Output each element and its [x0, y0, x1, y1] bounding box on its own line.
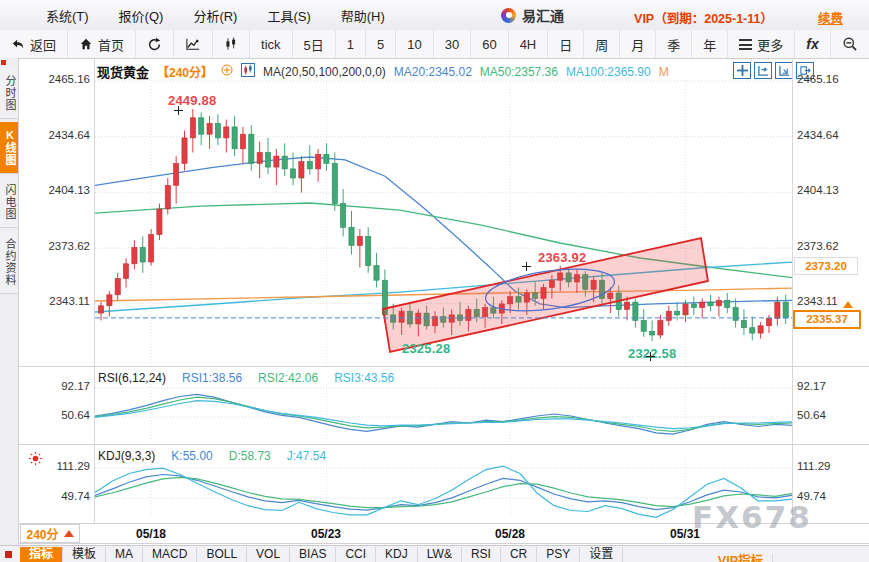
line-chart-icon [185, 37, 201, 51]
sidebar-tab-1[interactable]: K线图 [0, 122, 18, 174]
indicator-tab-0[interactable]: 指标 [20, 547, 63, 562]
period-selector-button[interactable]: 240分 [20, 524, 80, 543]
price-axis-label: 2373.62 [34, 240, 90, 252]
indicator-tab-5[interactable]: BOLL [197, 547, 247, 562]
corner-red-marker [5, 551, 12, 558]
period-button-1[interactable]: 5日 [293, 30, 336, 58]
indicator-tab-9[interactable]: KDJ [376, 547, 418, 562]
indicator-tab-4[interactable]: MACD [143, 547, 197, 562]
drawing-anchor-cross[interactable] [174, 106, 183, 115]
indicator-tab-13[interactable]: PSY [537, 547, 580, 562]
base-low-annotation: 2325.28 [402, 341, 450, 356]
indicator-tab-11[interactable]: RSI [462, 547, 501, 562]
period-button-12[interactable]: 年 [692, 30, 728, 58]
vip-renew-link[interactable]: 续费 [818, 8, 843, 27]
period-button-10[interactable]: 月 [620, 30, 656, 58]
date-axis-label: 05/18 [128, 527, 174, 541]
rsi-kdj-divider[interactable] [19, 444, 869, 445]
app-logo-icon [501, 8, 516, 23]
rsi-title[interactable]: RSI(6,12,24) [98, 371, 166, 385]
home-icon [79, 37, 93, 51]
crosshair-move-icon[interactable] [733, 62, 751, 79]
rsi-axis-label: 50.64 [34, 409, 90, 421]
drawing-anchor-cross[interactable] [522, 262, 531, 271]
instrument-name: 现货黄金 [97, 62, 149, 81]
y-axis-zoom-icon[interactable] [775, 62, 793, 79]
fx678-watermark: FX678 [692, 499, 812, 535]
indicator-tab-2[interactable]: VIP指标 [709, 554, 773, 562]
price-axis-label: 2465.16 [34, 73, 90, 85]
rsi2-value: RSI2:42.06 [258, 371, 318, 385]
drawing-anchor-cross[interactable] [646, 352, 655, 361]
chart-type-tabs: 分时图K线图闪电图合约资料 [0, 68, 18, 297]
rsi-axis-label-right: 92.17 [797, 380, 857, 392]
menu-item-1[interactable]: 报价(Q) [119, 6, 164, 25]
more-menu-icon [739, 39, 752, 50]
alert-price-badge: 2373.20 [794, 257, 858, 275]
menu-item-0[interactable]: 系统(T) [46, 6, 89, 25]
period-button-11[interactable]: 季 [656, 30, 692, 58]
main-rsi-divider[interactable] [19, 366, 869, 367]
rsi-chart[interactable] [95, 384, 792, 443]
indicator-tab-10[interactable]: LW& [418, 547, 462, 562]
more-button-label: 更多 [757, 35, 783, 54]
trading-app-window: 系统(T)报价(Q)分析(R)工具(S)帮助(H) 易汇通 VIP（到期：202… [0, 0, 869, 562]
date-axis-label: 05/23 [303, 527, 349, 541]
ma-formula-label: MA(20,50,100,200,0,0) [263, 65, 386, 79]
circled-plus-icon[interactable] [221, 64, 233, 79]
sidebar-tab-0[interactable]: 分时图 [0, 68, 18, 119]
channel-high-annotation: 2363.92 [538, 250, 586, 265]
xaxis-bottom-divider [19, 543, 869, 544]
chart-type-sidebar: 分时图K线图闪电图合约资料 [0, 58, 19, 545]
expand-triangle-icon [64, 530, 74, 537]
price-axis-label-right: 2465.16 [797, 73, 857, 85]
app-logo-text: 易汇通 [522, 5, 564, 25]
price-up-arrow-icon [843, 301, 853, 308]
menu-item-4[interactable]: 帮助(H) [341, 6, 385, 25]
candle-chart-mode-button[interactable] [213, 30, 250, 58]
indicator-tab-14[interactable]: 设置 [580, 547, 623, 562]
indicator-tab-7[interactable]: BIAS [290, 547, 336, 562]
menu-item-3[interactable]: 工具(S) [267, 6, 310, 25]
period-button-0[interactable]: tick [250, 30, 293, 58]
period-button-9[interactable]: 周 [584, 30, 620, 58]
sidebar-tab-2[interactable]: 闪电图 [0, 177, 18, 228]
mini-candle-icon[interactable] [241, 63, 255, 80]
period-button-7[interactable]: 4H [509, 30, 549, 58]
menu-item-2[interactable]: 分析(R) [193, 6, 237, 25]
period-button-8[interactable]: 日 [548, 30, 584, 58]
x-axis-zoom-icon[interactable] [754, 62, 772, 79]
indicator-tabs: 指标模板VIP指标MAMACDBOLLVOLBIASCCIKDJLW&RSICR… [20, 547, 623, 562]
indicator-tab-8[interactable]: CCI [336, 547, 376, 562]
home-button[interactable]: 首页 [68, 30, 136, 58]
formula-button[interactable]: fx [795, 30, 830, 58]
vip-expiry-label: VIP（到期：2025-1-11） [634, 8, 773, 27]
home-button-label: 首页 [98, 35, 124, 54]
price-axis-label-right: 2404.13 [797, 184, 857, 196]
more-button[interactable]: 更多 [728, 30, 795, 58]
date-axis-label: 05/28 [487, 527, 533, 541]
chart-toolbar: 返回 首页 tick5日151030604H日周月季年 更多 fx [0, 30, 869, 59]
line-chart-mode-button[interactable] [174, 30, 213, 58]
indicator-tab-1[interactable]: 模板 [63, 547, 106, 562]
rsi-axis-label: 92.17 [34, 380, 90, 392]
period-button-3[interactable]: 5 [366, 30, 396, 58]
rsi-axis-label-right: 50.64 [797, 409, 857, 421]
main-price-chart[interactable] [95, 80, 792, 366]
period-button-6[interactable]: 60 [471, 30, 508, 58]
kdj-axis-label: 111.29 [34, 460, 90, 472]
price-axis-label: 2343.11 [34, 295, 90, 307]
refresh-button[interactable] [136, 30, 174, 58]
period-button-5[interactable]: 30 [434, 30, 471, 58]
sidebar-tab-3[interactable]: 合约资料 [0, 231, 18, 294]
period-button-4[interactable]: 10 [396, 30, 433, 58]
indicator-tab-6[interactable]: VOL [247, 547, 290, 562]
period-button-2[interactable]: 1 [336, 30, 366, 58]
indicator-tab-12[interactable]: CR [501, 547, 537, 562]
fx-icon: fx [806, 36, 818, 52]
kdj-chart[interactable] [95, 458, 792, 518]
ma50-value: MA50:2357.36 [480, 65, 558, 79]
indicator-tab-3[interactable]: MA [106, 547, 143, 562]
zoom-out-button[interactable] [831, 30, 869, 58]
back-button[interactable]: 返回 [0, 30, 68, 58]
